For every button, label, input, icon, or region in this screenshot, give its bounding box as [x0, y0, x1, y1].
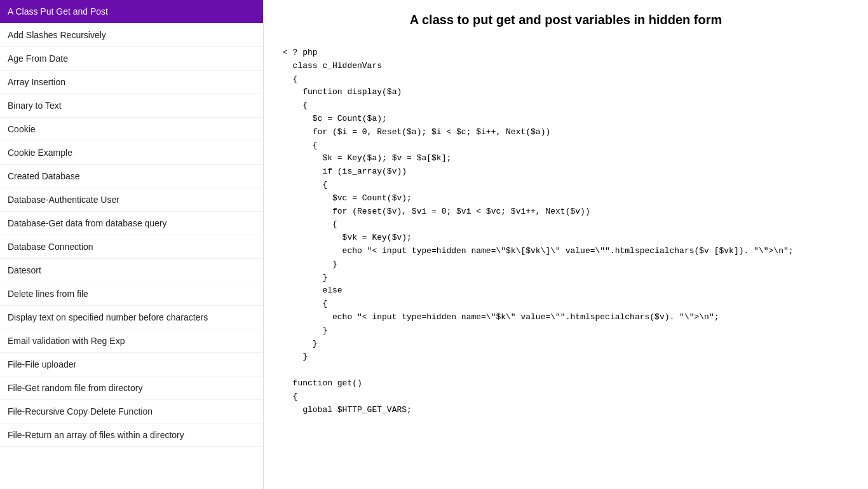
sidebar-item-9[interactable]: Database-Get data from database query	[0, 212, 263, 235]
sidebar-item-15[interactable]: File-File uploader	[0, 353, 263, 376]
sidebar: A Class Put Get and PostAdd Slashes Recu…	[0, 0, 264, 489]
sidebar-item-6[interactable]: Cookie Example	[0, 141, 263, 165]
code-block: < ? php class c_HiddenVars { function di…	[283, 46, 849, 417]
sidebar-item-13[interactable]: Display text on specified number before …	[0, 306, 263, 329]
sidebar-item-5[interactable]: Cookie	[0, 118, 263, 141]
sidebar-item-7[interactable]: Created Database	[0, 165, 263, 188]
sidebar-item-0[interactable]: A Class Put Get and Post	[0, 0, 263, 24]
sidebar-item-12[interactable]: Delete lines from file	[0, 282, 263, 306]
main-content: A class to put get and post variables in…	[264, 0, 868, 489]
sidebar-item-18[interactable]: File-Return an array of files within a d…	[0, 424, 263, 447]
page-title: A class to put get and post variables in…	[283, 13, 849, 27]
sidebar-item-11[interactable]: Datesort	[0, 259, 263, 282]
sidebar-item-16[interactable]: File-Get random file from directory	[0, 376, 263, 400]
sidebar-item-2[interactable]: Age From Date	[0, 47, 263, 71]
sidebar-item-3[interactable]: Array Insertion	[0, 71, 263, 94]
sidebar-item-4[interactable]: Binary to Text	[0, 94, 263, 118]
sidebar-item-17[interactable]: File-Recursive Copy Delete Function	[0, 400, 263, 424]
sidebar-item-14[interactable]: Email validation with Reg Exp	[0, 329, 263, 353]
sidebar-item-8[interactable]: Database-Authenticate User	[0, 188, 263, 212]
sidebar-item-1[interactable]: Add Slashes Recursively	[0, 24, 263, 47]
sidebar-item-10[interactable]: Database Connection	[0, 235, 263, 259]
